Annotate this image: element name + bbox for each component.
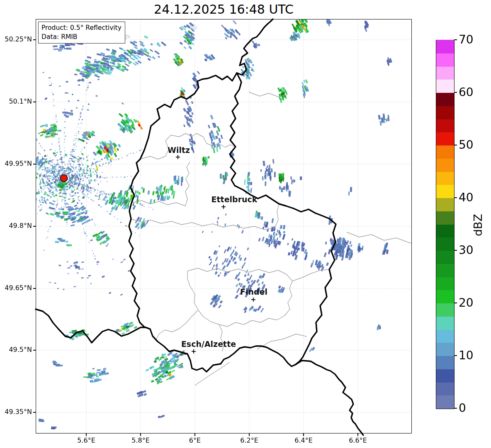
admin-border-path (249, 92, 288, 97)
y-tick-label: 49.35°N (0, 408, 32, 416)
x-tickmark (86, 433, 86, 436)
y-tick-label: 49.65°N (0, 284, 32, 292)
x-tick-label: 5.6°E (68, 436, 105, 444)
x-tick-label: 5.8°E (122, 436, 159, 444)
y-tickmark (33, 288, 36, 288)
city-label: Ettelbruck (211, 195, 258, 204)
y-tickmark (33, 102, 36, 102)
x-tick-label: 6°E (176, 436, 214, 444)
x-tickmark (249, 433, 249, 436)
product-line: Product: 0.5° Reflectivity (41, 23, 122, 32)
admin-border-path (292, 269, 329, 281)
y-tickmark (33, 164, 36, 164)
x-tick-label: 6.6°E (339, 436, 377, 444)
admin-border-path (347, 232, 412, 243)
y-tickmark (33, 350, 36, 350)
y-tick-label: 49.5°N (0, 346, 32, 354)
country-border-path (129, 73, 336, 372)
x-tickmark (357, 433, 358, 436)
x-tick-label: 6.2°E (231, 436, 268, 444)
y-tick-label: 50.25°N (0, 35, 32, 43)
admin-border-path (131, 162, 190, 206)
radar-figure: 24.12.2025 16:48 UTC Product: 0.5° Refle… (0, 0, 491, 448)
x-tick-label: 6.4°E (285, 436, 322, 444)
product-info-box: Product: 0.5° Reflectivity Data: RMIB (38, 22, 125, 44)
country-border-path (36, 309, 150, 343)
y-tick-label: 50.1°N (0, 97, 32, 105)
data-source-line: Data: RMIB (41, 32, 122, 41)
admin-border-path (131, 204, 279, 230)
x-tickmark (194, 433, 195, 436)
x-tickmark (140, 433, 141, 436)
y-tickmark (33, 412, 36, 412)
y-tick-label: 49.95°N (0, 160, 32, 167)
x-tickmark (303, 433, 304, 436)
y-tick-label: 49.8°N (0, 222, 32, 230)
city-label: Findel (240, 287, 267, 296)
admin-border-path (156, 310, 198, 340)
y-tickmark (33, 39, 36, 40)
city-label: Wiltz (168, 145, 190, 155)
map-borders-layer (0, 0, 491, 448)
admin-border-path (187, 268, 292, 327)
city-label: Esch/Alzette (181, 339, 236, 349)
y-tickmark (33, 226, 36, 226)
radar-site-dot (61, 175, 68, 182)
country-border-path (237, 19, 273, 75)
country-border-path (295, 361, 363, 435)
